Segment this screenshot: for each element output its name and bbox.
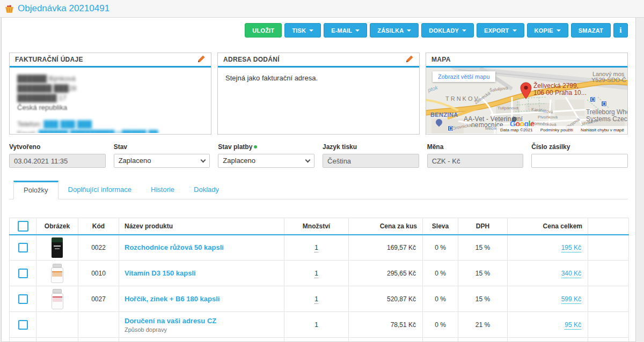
info-button[interactable]: i bbox=[613, 23, 628, 38]
map-terms-link[interactable]: Podmínky použití bbox=[540, 128, 573, 132]
shipping-method-link[interactable]: Doručení na vaši adresu CZ bbox=[125, 317, 216, 325]
quantity-value: 1 bbox=[284, 312, 349, 338]
map-poi-benzina: BENZINA bbox=[430, 111, 458, 118]
quantity-value[interactable]: 1 bbox=[314, 270, 318, 278]
currency-input bbox=[427, 154, 524, 168]
transit-icon bbox=[448, 125, 453, 131]
col-discount: Sleva bbox=[423, 218, 458, 235]
save-button[interactable]: ULOŽIT bbox=[245, 23, 282, 38]
larger-map-link[interactable]: Zobrazit větší mapu bbox=[433, 71, 495, 82]
billing-street: ███████ ███28 bbox=[17, 84, 203, 93]
caret-down-icon bbox=[462, 29, 466, 32]
shipment-button[interactable]: ZÁSILKA bbox=[370, 23, 419, 38]
vat: 15 % bbox=[458, 235, 508, 261]
vat: 15 % bbox=[458, 286, 508, 312]
copy-button[interactable]: KOPIE bbox=[527, 23, 568, 38]
caret-down-icon bbox=[407, 29, 411, 32]
documents-button[interactable]: DOKLADY bbox=[421, 23, 474, 38]
total-price[interactable]: 195 Kč bbox=[561, 244, 581, 252]
col-total: Cena celkem bbox=[508, 218, 588, 235]
print-language-input bbox=[323, 154, 419, 168]
transit-icon bbox=[590, 96, 596, 102]
quantity-value[interactable]: 1 bbox=[314, 244, 318, 252]
chevron-down-icon bbox=[201, 157, 206, 162]
product-code: 0010 bbox=[78, 261, 119, 286]
shipping-note: Stejná jako fakturační adresa. bbox=[225, 74, 412, 82]
page-title: Objednávka 20210491 bbox=[18, 3, 109, 14]
row-checkbox[interactable] bbox=[18, 294, 28, 304]
field-status: Stav Zaplaceno bbox=[114, 143, 210, 168]
select-all-checkbox[interactable] bbox=[18, 221, 28, 232]
map-label: Systems Czech bbox=[586, 115, 627, 123]
tab-history[interactable]: Historie bbox=[141, 181, 184, 199]
panels-row: FAKTURAČNÍ ÚDAJE ██████ Býnková ███████ … bbox=[9, 53, 628, 135]
row-checkbox[interactable] bbox=[18, 320, 28, 330]
payment-status-select[interactable]: Zaplaceno bbox=[218, 154, 314, 168]
discount: 0 % bbox=[423, 235, 458, 261]
items-table: Obrázek Kód Název produktu Množství Cena… bbox=[9, 218, 629, 342]
unit-price: 78,51 Kč bbox=[349, 312, 423, 338]
caret-down-icon bbox=[355, 29, 360, 32]
row-checkbox[interactable] bbox=[18, 243, 28, 252]
created-input bbox=[9, 154, 106, 168]
tracking-number-input[interactable] bbox=[531, 154, 628, 168]
google-map[interactable]: ptok TRNKOV Šalvějová Želivecká Tulipáno… bbox=[426, 68, 627, 133]
billing-country: Česká republika bbox=[17, 103, 203, 113]
edit-pencil-icon[interactable] bbox=[406, 55, 414, 64]
billing-city: ████████ 17 bbox=[17, 93, 203, 103]
email-button[interactable]: E-MAIL bbox=[324, 23, 367, 38]
delete-button[interactable]: SMAZAT bbox=[571, 23, 611, 38]
basket-icon bbox=[5, 4, 14, 13]
quantity-value[interactable]: 1 bbox=[314, 295, 318, 304]
vat: 21 % bbox=[458, 338, 508, 342]
total-price[interactable]: 599 Kč bbox=[561, 295, 581, 304]
col-actions bbox=[588, 218, 629, 235]
caret-down-icon bbox=[309, 29, 313, 32]
table-row: 0027 Hořčík, zinek + B6 180 kapsli 1 520… bbox=[10, 286, 629, 312]
product-name-link[interactable]: Hořčík, zinek + B6 180 kapsli bbox=[125, 295, 219, 303]
product-name-link[interactable]: Vitamín D3 150 kapsli bbox=[125, 269, 196, 277]
map-marker-label: Želivecká 2799, 106 00 Praha 10... bbox=[533, 83, 587, 96]
field-created: Vytvořeno bbox=[9, 143, 106, 168]
billing-phone: Telefon: ███ ███ ███ bbox=[17, 120, 203, 129]
product-name-link[interactable]: Rozchodnice růžová 50 kapsli bbox=[125, 243, 224, 251]
tab-items[interactable]: Položky bbox=[13, 181, 58, 199]
shipping-panel-title: ADRESA DODÁNÍ bbox=[223, 56, 280, 63]
product-image bbox=[52, 289, 63, 309]
total-price[interactable]: 95 Kč bbox=[565, 321, 581, 330]
total-price[interactable]: 340 Kč bbox=[561, 270, 581, 278]
map-data-copyright: Data map ©2021 bbox=[500, 128, 533, 132]
table-row: Platební karta 1 0,00 Kč 0 % 21 % 0 Kč bbox=[10, 338, 629, 342]
table-row: 0010 Vitamín D3 150 kapsli 1 295,65 Kč 0… bbox=[10, 261, 629, 286]
billing-panel-title: FAKTURAČNÍ ÚDAJE bbox=[15, 56, 83, 63]
map-report-link[interactable]: Nahlásit chybu v mapě bbox=[581, 128, 624, 132]
discount: 0 % bbox=[423, 312, 458, 338]
chevron-down-icon bbox=[305, 157, 311, 162]
product-image bbox=[51, 264, 63, 283]
discount: 0 % bbox=[423, 338, 458, 342]
row-checkbox[interactable] bbox=[18, 269, 28, 278]
col-unit-price: Cena za kus bbox=[349, 218, 423, 235]
product-code bbox=[78, 338, 119, 342]
main-card: ULOŽIT TISK E-MAIL ZÁSILKA DOKLADY EXPOR… bbox=[1, 18, 636, 342]
discount: 0 % bbox=[423, 261, 458, 286]
col-image: Obrázek bbox=[36, 218, 78, 235]
tab-bar: Položky Doplňující informace Historie Do… bbox=[9, 181, 628, 199]
title-bar: Objednávka 20210491 bbox=[0, 0, 644, 18]
tab-additional-info[interactable]: Doplňující informace bbox=[58, 181, 142, 199]
tab-documents[interactable]: Doklady bbox=[184, 181, 229, 199]
field-print-language: Jazyk tisku bbox=[323, 143, 419, 168]
unit-price: 169,57 Kč bbox=[349, 235, 423, 261]
info-icon: i bbox=[619, 26, 621, 35]
export-button[interactable]: EXPORT bbox=[477, 23, 524, 38]
table-row: Doručení na vaši adresu CZ Způsob doprav… bbox=[10, 312, 629, 338]
caret-down-icon bbox=[557, 29, 561, 32]
map-marker-icon[interactable] bbox=[520, 82, 532, 101]
product-code: 0027 bbox=[78, 286, 119, 312]
print-button[interactable]: TISK bbox=[284, 23, 321, 38]
unit-price: 0,00 Kč bbox=[349, 338, 423, 342]
table-row: 0022 Rozchodnice růžová 50 kapsli 1 169,… bbox=[10, 235, 629, 261]
edit-pencil-icon[interactable] bbox=[197, 55, 206, 64]
status-select[interactable]: Zaplaceno bbox=[114, 154, 210, 168]
paid-status-dot bbox=[254, 145, 257, 148]
